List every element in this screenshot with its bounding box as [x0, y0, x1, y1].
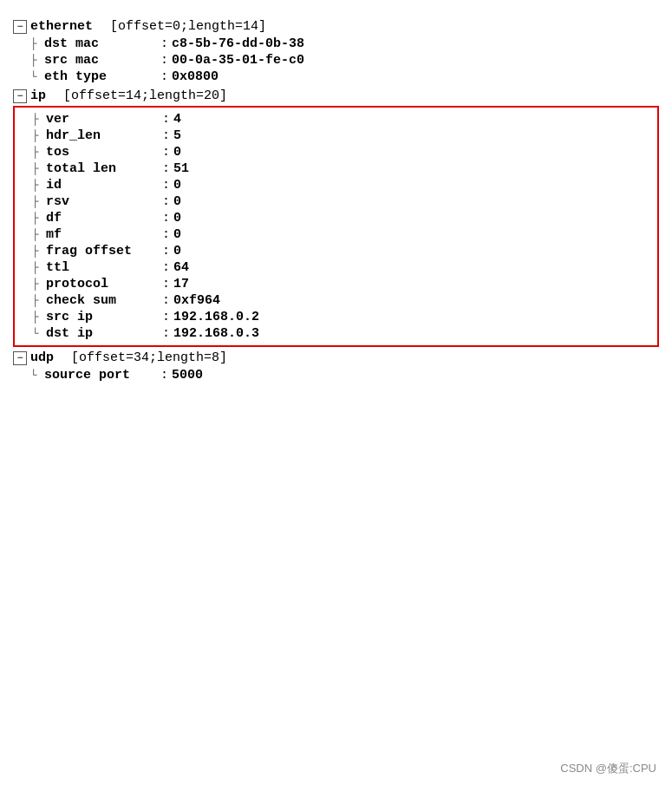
ip-toggle[interactable]: −: [13, 89, 27, 103]
field-value: 0x0800: [172, 69, 219, 84]
separator: :: [162, 293, 170, 308]
ip-field-fragoffset: ├ frag offset : 0: [32, 243, 657, 259]
ip-header: − ip [offset=14;length=20]: [13, 87, 659, 105]
field-value: 0: [173, 145, 181, 160]
ip-field-ver: ├ ver : 4: [32, 111, 657, 128]
field-value: 00-0a-35-01-fe-c0: [172, 53, 304, 68]
field-label: hdr_len: [46, 128, 159, 143]
ip-field-protocol: ├ protocol : 17: [32, 276, 657, 292]
connector-icon: ├: [32, 129, 46, 142]
field-value: 5: [173, 128, 181, 143]
connector-icon: ├: [32, 146, 46, 159]
udp-section: − udp [offset=34;length=8] └ source port…: [13, 349, 659, 383]
field-value: 192.168.0.3: [173, 326, 259, 341]
field-label: rsv: [46, 194, 159, 209]
separator: :: [162, 178, 170, 193]
watermark-text: CSDN @傻蛋:CPU: [560, 761, 656, 776]
field-label: source port: [44, 368, 157, 383]
ethernet-section: − ethernet [offset=0;length=14] ├ dst ma…: [13, 17, 659, 85]
separator: :: [162, 112, 170, 127]
ip-meta: [offset=14;length=20]: [63, 88, 227, 103]
ip-field-hdrlen: ├ hdr_len : 5: [32, 128, 657, 144]
connector-icon: ├: [32, 195, 46, 208]
packet-tree: − ethernet [offset=0;length=14] ├ dst ma…: [0, 9, 672, 394]
field-value: c8-5b-76-dd-0b-38: [172, 36, 304, 51]
connector-icon: ├: [32, 212, 46, 225]
field-label: mf: [46, 227, 159, 242]
ethernet-name: ethernet: [30, 19, 93, 34]
separator: :: [162, 194, 170, 209]
ip-children: ├ ver : 4 ├ hdr_len : 5 ├ tos : 0: [32, 111, 657, 342]
connector-icon: ├: [30, 37, 44, 50]
ethernet-header: − ethernet [offset=0;length=14]: [13, 17, 659, 36]
connector-icon: ├: [32, 245, 46, 258]
ip-name: ip: [30, 88, 46, 103]
field-label: tos: [46, 145, 159, 160]
separator: :: [162, 161, 170, 176]
connector-icon: ├: [32, 113, 46, 126]
field-label: eth type: [44, 69, 157, 84]
field-label: protocol: [46, 277, 159, 291]
field-value: 4: [173, 112, 181, 127]
field-label: check sum: [46, 293, 159, 308]
separator: :: [160, 53, 168, 68]
ip-field-mf: ├ mf : 0: [32, 226, 657, 243]
connector-icon: ├: [32, 261, 46, 274]
separator: :: [162, 310, 170, 324]
ethernet-field-dstmac: ├ dst mac : c8-5b-76-dd-0b-38: [30, 36, 659, 52]
ip-field-checksum: ├ check sum : 0xf964: [32, 292, 657, 309]
field-value: 51: [173, 161, 189, 176]
udp-field-sourceport: └ source port : 5000: [30, 367, 659, 383]
udp-name: udp: [30, 350, 54, 365]
field-value: 17: [173, 277, 189, 291]
connector-icon: ├: [32, 162, 46, 175]
separator: :: [162, 260, 170, 275]
connector-icon: └: [30, 369, 44, 382]
ip-field-df: ├ df : 0: [32, 210, 657, 226]
field-value: 0: [173, 178, 181, 193]
ip-field-ttl: ├ ttl : 64: [32, 259, 657, 276]
field-label: total len: [46, 161, 159, 176]
field-label: ttl: [46, 260, 159, 275]
ethernet-toggle[interactable]: −: [13, 20, 27, 34]
field-value: 0: [173, 227, 181, 242]
separator: :: [160, 36, 168, 51]
connector-icon: ├: [32, 278, 46, 291]
udp-header: − udp [offset=34;length=8]: [13, 349, 659, 367]
ip-children-highlighted: ├ ver : 4 ├ hdr_len : 5 ├ tos : 0: [13, 106, 659, 347]
separator: :: [162, 145, 170, 160]
ip-field-totallen: ├ total len : 51: [32, 160, 657, 177]
field-label: id: [46, 178, 159, 193]
ethernet-field-ethtype: └ eth type : 0x0800: [30, 69, 659, 85]
separator: :: [162, 244, 170, 259]
connector-icon: ├: [32, 294, 46, 307]
udp-children: └ source port : 5000: [30, 367, 659, 383]
separator: :: [162, 227, 170, 242]
ip-field-tos: ├ tos : 0: [32, 144, 657, 160]
ethernet-children: ├ dst mac : c8-5b-76-dd-0b-38 ├ src mac …: [30, 36, 659, 85]
connector-icon: └: [30, 70, 44, 83]
field-value: 64: [173, 260, 189, 275]
field-label: df: [46, 211, 159, 226]
separator: :: [162, 211, 170, 226]
separator: :: [160, 368, 168, 383]
separator: :: [162, 326, 170, 341]
field-label: frag offset: [46, 244, 159, 259]
field-value: 192.168.0.2: [173, 310, 259, 324]
ip-section: − ip [offset=14;length=20] ├ ver : 4 ├ h…: [13, 87, 659, 347]
field-label: ver: [46, 112, 159, 127]
field-label: dst mac: [44, 36, 157, 51]
connector-icon: ├: [30, 54, 44, 67]
ip-field-rsv: ├ rsv : 0: [32, 193, 657, 210]
udp-toggle[interactable]: −: [13, 351, 27, 365]
ip-field-srcip: ├ src ip : 192.168.0.2: [32, 309, 657, 325]
field-value: 0: [173, 244, 181, 259]
connector-icon: ├: [32, 179, 46, 192]
ethernet-field-srcmac: ├ src mac : 00-0a-35-01-fe-c0: [30, 52, 659, 69]
field-label: src ip: [46, 310, 159, 324]
udp-meta: [offset=34;length=8]: [71, 350, 227, 365]
connector-icon: ├: [32, 311, 46, 324]
separator: :: [162, 128, 170, 143]
separator: :: [160, 69, 168, 84]
field-value: 5000: [172, 368, 203, 383]
